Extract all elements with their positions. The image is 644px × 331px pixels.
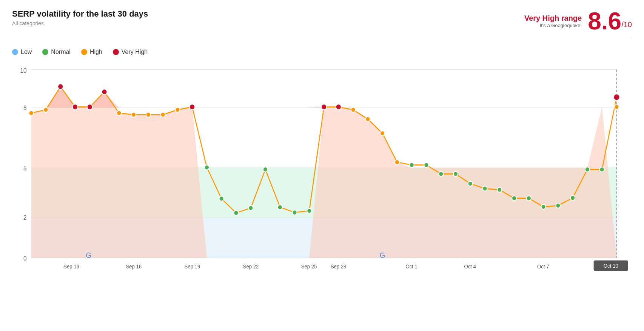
legend-item-high: High <box>81 49 102 55</box>
dot-10 <box>175 107 180 112</box>
score-section: Very High range It's a Googlequake! 8.6/… <box>524 9 632 33</box>
legend: Low Normal High Very High <box>12 43 632 58</box>
dot-12 <box>219 196 224 201</box>
y-label-2: 2 <box>23 215 26 221</box>
legend-label-low: Low <box>21 49 32 55</box>
x-label-oct1: Oct 1 <box>405 264 417 270</box>
x-label-sep22: Sep 22 <box>243 264 259 270</box>
dot-27 <box>439 172 443 176</box>
dot-20 <box>336 104 341 110</box>
score-description: It's a Googlequake! <box>524 23 582 28</box>
subtitle: All categories <box>12 20 148 26</box>
score-value: 8.6 <box>588 8 621 35</box>
score-denom: /10 <box>621 20 632 29</box>
dot-14 <box>248 205 253 210</box>
score-range-label: Very High range <box>524 14 582 23</box>
dot-37 <box>585 167 590 172</box>
x-label-oct7: Oct 7 <box>537 264 549 270</box>
dot-4 <box>87 104 92 110</box>
x-label-sep28: Sep 28 <box>331 264 347 270</box>
dot-33 <box>527 196 531 201</box>
x-label-sep16: Sep 16 <box>126 264 142 270</box>
legend-label-normal: Normal <box>51 49 71 55</box>
dot-34 <box>541 204 546 209</box>
x-label-sep13: Sep 13 <box>63 264 79 270</box>
dot-17 <box>292 210 297 215</box>
normal-dot <box>42 49 48 55</box>
x-label-sep19: Sep 19 <box>185 264 200 270</box>
dot-38 <box>600 167 604 172</box>
high-dot <box>81 49 87 55</box>
dot-11 <box>205 165 209 170</box>
dot-13 <box>234 210 238 215</box>
dot-9 <box>161 112 165 117</box>
legend-label-very-high: Very High <box>122 49 148 55</box>
chart-area: 10 8 5 2 0 <box>12 61 632 273</box>
dot-22 <box>365 116 370 121</box>
legend-item-very-high: Very High <box>113 49 148 55</box>
dot-30 <box>482 186 487 191</box>
y-label-5: 5 <box>23 165 27 172</box>
dot-32 <box>512 196 516 201</box>
legend-item-normal: Normal <box>42 49 71 55</box>
dot-3 <box>72 104 78 110</box>
dot-25 <box>410 162 414 167</box>
dot-10b <box>190 104 195 110</box>
page-title: SERP volatility for the last 30 days <box>12 9 148 19</box>
dot-16 <box>278 205 282 210</box>
y-label-0: 0 <box>23 255 27 262</box>
dot-0 <box>29 110 34 115</box>
dot-31 <box>497 187 502 192</box>
dot-last-very-high <box>613 94 619 100</box>
dot-1 <box>43 107 48 112</box>
dot-36 <box>570 195 575 200</box>
dot-28 <box>453 172 458 176</box>
score-display: 8.6/10 <box>588 9 632 33</box>
legend-item-low: Low <box>12 49 32 55</box>
x-label-oct10: Oct 10 <box>604 263 618 269</box>
low-dot <box>12 49 18 55</box>
dot-24 <box>395 160 399 165</box>
dot-15 <box>263 167 268 172</box>
very-high-dot <box>113 49 119 55</box>
dot-6 <box>117 110 121 115</box>
legend-label-high: High <box>90 49 102 55</box>
dot-26 <box>424 162 428 167</box>
dot-5 <box>102 89 107 95</box>
dot-7 <box>131 112 136 117</box>
y-label-8: 8 <box>23 105 27 112</box>
header-divider <box>12 38 632 38</box>
dot-2 <box>58 84 63 89</box>
dot-18 <box>307 208 311 213</box>
dot-19 <box>321 104 327 110</box>
dot-8 <box>146 112 151 117</box>
y-label-10: 10 <box>20 67 27 74</box>
dot-23 <box>380 131 385 136</box>
x-label-sep25: Sep 25 <box>301 264 317 270</box>
dot-21 <box>351 107 356 112</box>
google-icon-1: G <box>86 251 91 260</box>
dot-35 <box>556 203 560 208</box>
dot-29 <box>468 181 473 186</box>
google-icon-2: G <box>380 251 385 260</box>
main-chart: 10 8 5 2 0 <box>12 61 632 273</box>
x-label-oct4: Oct 4 <box>464 264 476 270</box>
